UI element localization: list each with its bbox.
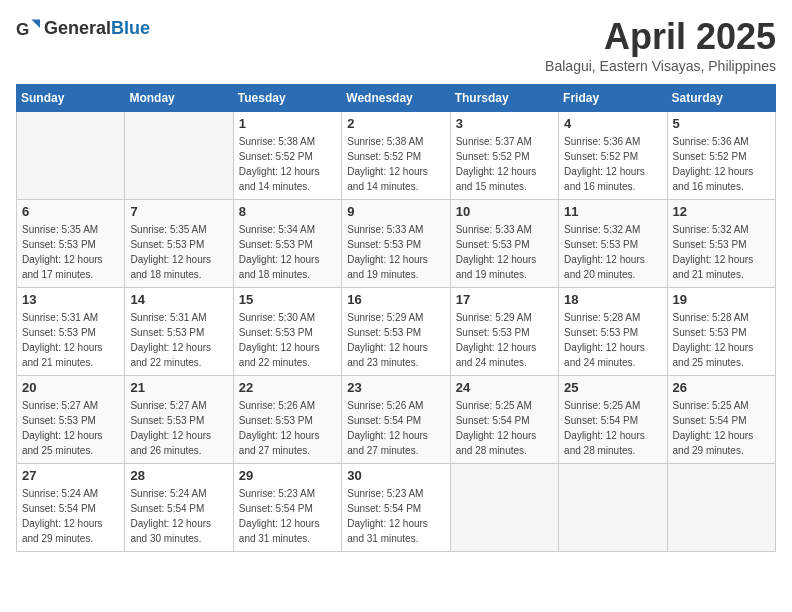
cell-info: Sunrise: 5:28 AMSunset: 5:53 PMDaylight:… [564,310,661,370]
cell-info: Sunrise: 5:36 AMSunset: 5:52 PMDaylight:… [564,134,661,194]
day-number: 26 [673,380,770,395]
day-number: 9 [347,204,444,219]
header: G GeneralBlue April 2025 Balagui, Easter… [16,16,776,74]
cell-info: Sunrise: 5:31 AMSunset: 5:53 PMDaylight:… [130,310,227,370]
calendar-cell [125,112,233,200]
calendar-table: SundayMondayTuesdayWednesdayThursdayFrid… [16,84,776,552]
cell-info: Sunrise: 5:26 AMSunset: 5:54 PMDaylight:… [347,398,444,458]
month-title: April 2025 [545,16,776,58]
title-area: April 2025 Balagui, Eastern Visayas, Phi… [545,16,776,74]
calendar-cell: 18Sunrise: 5:28 AMSunset: 5:53 PMDayligh… [559,288,667,376]
calendar-cell [17,112,125,200]
day-number: 7 [130,204,227,219]
calendar-cell: 21Sunrise: 5:27 AMSunset: 5:53 PMDayligh… [125,376,233,464]
cell-info: Sunrise: 5:27 AMSunset: 5:53 PMDaylight:… [130,398,227,458]
logo: G GeneralBlue [16,16,150,40]
calendar-cell: 9Sunrise: 5:33 AMSunset: 5:53 PMDaylight… [342,200,450,288]
calendar-cell: 4Sunrise: 5:36 AMSunset: 5:52 PMDaylight… [559,112,667,200]
day-number: 20 [22,380,119,395]
cell-info: Sunrise: 5:23 AMSunset: 5:54 PMDaylight:… [347,486,444,546]
day-number: 3 [456,116,553,131]
col-header-tuesday: Tuesday [233,85,341,112]
col-header-saturday: Saturday [667,85,775,112]
day-number: 17 [456,292,553,307]
calendar-cell: 28Sunrise: 5:24 AMSunset: 5:54 PMDayligh… [125,464,233,552]
day-number: 18 [564,292,661,307]
col-header-thursday: Thursday [450,85,558,112]
cell-info: Sunrise: 5:25 AMSunset: 5:54 PMDaylight:… [673,398,770,458]
calendar-cell: 25Sunrise: 5:25 AMSunset: 5:54 PMDayligh… [559,376,667,464]
cell-info: Sunrise: 5:29 AMSunset: 5:53 PMDaylight:… [456,310,553,370]
calendar-week-1: 1Sunrise: 5:38 AMSunset: 5:52 PMDaylight… [17,112,776,200]
cell-info: Sunrise: 5:30 AMSunset: 5:53 PMDaylight:… [239,310,336,370]
calendar-cell: 2Sunrise: 5:38 AMSunset: 5:52 PMDaylight… [342,112,450,200]
cell-info: Sunrise: 5:38 AMSunset: 5:52 PMDaylight:… [347,134,444,194]
cell-info: Sunrise: 5:32 AMSunset: 5:53 PMDaylight:… [564,222,661,282]
day-number: 25 [564,380,661,395]
day-number: 12 [673,204,770,219]
calendar-cell: 13Sunrise: 5:31 AMSunset: 5:53 PMDayligh… [17,288,125,376]
calendar-cell: 29Sunrise: 5:23 AMSunset: 5:54 PMDayligh… [233,464,341,552]
cell-info: Sunrise: 5:36 AMSunset: 5:52 PMDaylight:… [673,134,770,194]
cell-info: Sunrise: 5:24 AMSunset: 5:54 PMDaylight:… [22,486,119,546]
day-number: 6 [22,204,119,219]
calendar-cell: 5Sunrise: 5:36 AMSunset: 5:52 PMDaylight… [667,112,775,200]
calendar-cell: 7Sunrise: 5:35 AMSunset: 5:53 PMDaylight… [125,200,233,288]
cell-info: Sunrise: 5:31 AMSunset: 5:53 PMDaylight:… [22,310,119,370]
calendar-cell: 6Sunrise: 5:35 AMSunset: 5:53 PMDaylight… [17,200,125,288]
calendar-week-5: 27Sunrise: 5:24 AMSunset: 5:54 PMDayligh… [17,464,776,552]
col-header-monday: Monday [125,85,233,112]
day-number: 21 [130,380,227,395]
day-number: 8 [239,204,336,219]
calendar-cell: 23Sunrise: 5:26 AMSunset: 5:54 PMDayligh… [342,376,450,464]
day-number: 1 [239,116,336,131]
cell-info: Sunrise: 5:25 AMSunset: 5:54 PMDaylight:… [564,398,661,458]
calendar-week-4: 20Sunrise: 5:27 AMSunset: 5:53 PMDayligh… [17,376,776,464]
cell-info: Sunrise: 5:29 AMSunset: 5:53 PMDaylight:… [347,310,444,370]
svg-marker-1 [31,19,40,28]
calendar-cell: 11Sunrise: 5:32 AMSunset: 5:53 PMDayligh… [559,200,667,288]
cell-info: Sunrise: 5:24 AMSunset: 5:54 PMDaylight:… [130,486,227,546]
day-number: 15 [239,292,336,307]
day-number: 5 [673,116,770,131]
cell-info: Sunrise: 5:34 AMSunset: 5:53 PMDaylight:… [239,222,336,282]
calendar-cell: 22Sunrise: 5:26 AMSunset: 5:53 PMDayligh… [233,376,341,464]
cell-info: Sunrise: 5:27 AMSunset: 5:53 PMDaylight:… [22,398,119,458]
day-number: 13 [22,292,119,307]
col-header-wednesday: Wednesday [342,85,450,112]
calendar-cell: 16Sunrise: 5:29 AMSunset: 5:53 PMDayligh… [342,288,450,376]
day-number: 19 [673,292,770,307]
day-number: 11 [564,204,661,219]
calendar-week-3: 13Sunrise: 5:31 AMSunset: 5:53 PMDayligh… [17,288,776,376]
cell-info: Sunrise: 5:33 AMSunset: 5:53 PMDaylight:… [347,222,444,282]
calendar-week-2: 6Sunrise: 5:35 AMSunset: 5:53 PMDaylight… [17,200,776,288]
calendar-cell: 27Sunrise: 5:24 AMSunset: 5:54 PMDayligh… [17,464,125,552]
calendar-cell: 8Sunrise: 5:34 AMSunset: 5:53 PMDaylight… [233,200,341,288]
calendar-cell: 3Sunrise: 5:37 AMSunset: 5:52 PMDaylight… [450,112,558,200]
day-number: 14 [130,292,227,307]
calendar-cell: 1Sunrise: 5:38 AMSunset: 5:52 PMDaylight… [233,112,341,200]
calendar-cell: 10Sunrise: 5:33 AMSunset: 5:53 PMDayligh… [450,200,558,288]
cell-info: Sunrise: 5:32 AMSunset: 5:53 PMDaylight:… [673,222,770,282]
cell-info: Sunrise: 5:25 AMSunset: 5:54 PMDaylight:… [456,398,553,458]
calendar-cell [667,464,775,552]
day-number: 24 [456,380,553,395]
header-row: SundayMondayTuesdayWednesdayThursdayFrid… [17,85,776,112]
logo-text-general: General [44,18,111,38]
day-number: 10 [456,204,553,219]
day-number: 28 [130,468,227,483]
day-number: 16 [347,292,444,307]
day-number: 4 [564,116,661,131]
svg-text:G: G [16,19,29,39]
cell-info: Sunrise: 5:37 AMSunset: 5:52 PMDaylight:… [456,134,553,194]
location-title: Balagui, Eastern Visayas, Philippines [545,58,776,74]
day-number: 23 [347,380,444,395]
calendar-cell: 20Sunrise: 5:27 AMSunset: 5:53 PMDayligh… [17,376,125,464]
cell-info: Sunrise: 5:26 AMSunset: 5:53 PMDaylight:… [239,398,336,458]
calendar-cell: 26Sunrise: 5:25 AMSunset: 5:54 PMDayligh… [667,376,775,464]
col-header-friday: Friday [559,85,667,112]
calendar-cell: 14Sunrise: 5:31 AMSunset: 5:53 PMDayligh… [125,288,233,376]
day-number: 29 [239,468,336,483]
calendar-cell: 15Sunrise: 5:30 AMSunset: 5:53 PMDayligh… [233,288,341,376]
cell-info: Sunrise: 5:23 AMSunset: 5:54 PMDaylight:… [239,486,336,546]
